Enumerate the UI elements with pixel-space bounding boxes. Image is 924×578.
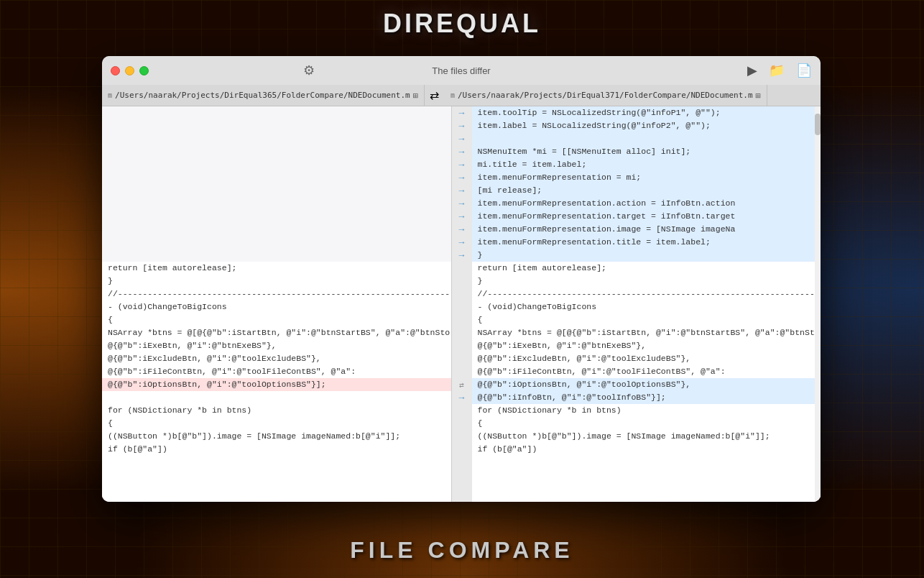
title-bar: ⚙ The files differ ▶ 📁 📄 <box>102 56 821 85</box>
tab-left-path: /Users/naarak/Projects/DirEqual365/Folde… <box>115 91 410 100</box>
left-line-7 <box>102 197 451 210</box>
scrollbar-thumb[interactable] <box>815 114 821 135</box>
tab-right-grid-icon[interactable]: ⊞ <box>756 91 761 101</box>
left-line-25: ((NSButton *)b[@"b"]).image = [NSImage i… <box>102 430 451 443</box>
close-button[interactable] <box>111 66 120 75</box>
swap-icon: ⇄ <box>430 88 439 102</box>
tab-right-path: /Users/naarak/Projects/DirEqual371/Folde… <box>458 91 753 100</box>
left-line-16: { <box>102 313 451 326</box>
scrollbar[interactable] <box>815 106 821 502</box>
tab-right-marker: m <box>451 91 455 99</box>
left-line-18: @{@"b":iExeBtn, @"i":@"btnExeBS"}, <box>102 339 451 352</box>
left-line-11 <box>102 249 451 262</box>
minimize-button[interactable] <box>125 66 134 75</box>
right-line-8: item.menuFormRepresentation.target = iIn… <box>472 210 821 223</box>
left-line-22 <box>102 391 451 404</box>
arrow-22: → <box>459 391 465 404</box>
left-line-23: for (NSDictionary *b in btns) <box>102 404 451 417</box>
right-line-1: item.label = NSLocalizedString(@"infoP2"… <box>472 119 821 132</box>
tab-right[interactable]: m /Users/naarak/Projects/DirEqual371/Fol… <box>445 85 767 106</box>
left-line-19: @{@"b":iExcludeBtn, @"i":@"toolExcludeBS… <box>102 352 451 365</box>
arrow-21: ⇄ <box>459 378 464 391</box>
tab-bar: m /Users/naarak/Projects/DirEqual365/Fol… <box>102 85 821 106</box>
right-line-2 <box>472 132 821 145</box>
settings-icon[interactable]: ⚙ <box>303 63 315 78</box>
right-line-17: NSArray *btns = @[@{@"b":iStartBtn, @"i"… <box>472 326 821 339</box>
app-subtitle: File Compare <box>350 537 573 564</box>
left-line-9 <box>102 223 451 236</box>
arrow-7: → <box>459 197 465 210</box>
play-icon[interactable]: ▶ <box>747 63 757 78</box>
left-line-26: if (b[@"a"]) <box>102 443 451 456</box>
left-line-3 <box>102 145 451 158</box>
tab-left-grid-icon[interactable]: ⊞ <box>413 91 418 101</box>
main-window: ⚙ The files differ ▶ 📁 📄 m /Users/naarak… <box>102 56 821 502</box>
left-line-4 <box>102 158 451 171</box>
right-line-4: mi.title = item.label; <box>472 158 821 171</box>
right-line-13: } <box>472 275 821 288</box>
arrow-11: → <box>459 249 465 262</box>
tab-left[interactable]: m /Users/naarak/Projects/DirEqual365/Fol… <box>102 85 425 106</box>
right-line-22: @{@"b":iInfoBtn, @"i":@"toolInfoBS"}]; <box>472 391 821 404</box>
left-line-5 <box>102 171 451 184</box>
left-line-20: @{@"b":iFileContBtn, @"i":@"toolFileCont… <box>102 365 451 378</box>
left-line-8 <box>102 210 451 223</box>
arrow-1: → <box>459 119 465 132</box>
folder-icon[interactable]: 📁 <box>769 63 785 78</box>
right-line-9: item.menuFormRepresentation.image = [NSI… <box>472 223 821 236</box>
center-arrows: →→→→→→→→→→→→⇄→ <box>452 106 472 502</box>
left-line-0 <box>102 106 451 119</box>
right-line-18: @{@"b":iExeBtn, @"i":@"btnExeBS"}, <box>472 339 821 352</box>
right-line-3: NSMenuItem *mi = [[NSMenuItem alloc] ini… <box>472 145 821 158</box>
left-pane: return [item autorelease];}//-----------… <box>102 106 452 502</box>
left-line-12: return [item autorelease]; <box>102 262 451 275</box>
arrow-9: → <box>459 223 465 236</box>
right-line-25: ((NSButton *)b[@"b"]).image = [NSImage i… <box>472 430 821 443</box>
right-line-6: [mi release]; <box>472 184 821 197</box>
left-line-2 <box>102 132 451 145</box>
diff-area: return [item autorelease];}//-----------… <box>102 106 821 502</box>
arrow-2: → <box>459 132 465 145</box>
left-line-14: //--------------------------------------… <box>102 288 451 301</box>
right-line-26: if (b[@"a"]) <box>472 443 821 456</box>
right-line-0: item.toolTip = NSLocalizedString(@"infoP… <box>472 106 821 119</box>
arrow-6: → <box>459 184 465 197</box>
right-pane: item.toolTip = NSLocalizedString(@"infoP… <box>472 106 821 502</box>
left-line-6 <box>102 184 451 197</box>
right-line-15: - (void)ChangeToBigIcons <box>472 301 821 313</box>
left-line-15: - (void)ChangeToBigIcons <box>102 301 451 313</box>
right-line-20: @{@"b":iFileContBtn, @"i":@"toolFileCont… <box>472 365 821 378</box>
left-line-24: { <box>102 417 451 430</box>
right-code-content: item.toolTip = NSLocalizedString(@"infoP… <box>472 106 821 456</box>
arrow-8: → <box>459 210 465 223</box>
document-icon[interactable]: 📄 <box>796 63 812 78</box>
right-line-21: @{@"b":iOptionsBtn, @"i":@"toolOptionsBS… <box>472 378 821 391</box>
arrow-5: → <box>459 171 465 184</box>
traffic-lights <box>111 66 149 75</box>
right-line-10: item.menuFormRepresentation.title = item… <box>472 236 821 249</box>
window-status: The files differ <box>432 65 490 76</box>
right-line-11: } <box>472 249 821 262</box>
left-line-21: @{@"b":iOptionsBtn, @"i":@"toolOptionsBS… <box>102 378 451 391</box>
right-line-5: item.menuFormRepresentation = mi; <box>472 171 821 184</box>
left-line-1 <box>102 119 451 132</box>
arrow-10: → <box>459 236 465 249</box>
right-line-23: for (NSDictionary *b in btns) <box>472 404 821 417</box>
left-code-content: return [item autorelease];}//-----------… <box>102 106 451 456</box>
arrow-3: → <box>459 145 465 158</box>
app-title: DirEqual <box>383 9 541 39</box>
arrow-4: → <box>459 158 465 171</box>
maximize-button[interactable] <box>139 66 149 75</box>
left-line-17: NSArray *btns = @[@{@"b":iStartBtn, @"i"… <box>102 326 451 339</box>
right-line-14: //--------------------------------------… <box>472 288 821 301</box>
tab-swap-icon[interactable]: ⇄ <box>425 85 445 106</box>
left-line-10 <box>102 236 451 249</box>
toolbar-right: ▶ 📁 📄 <box>747 63 812 78</box>
arrow-0: → <box>459 106 465 119</box>
left-line-13: } <box>102 275 451 288</box>
right-line-7: item.menuFormRepresentation.action = iIn… <box>472 197 821 210</box>
right-line-19: @{@"b":iExcludeBtn, @"i":@"toolExcludeBS… <box>472 352 821 365</box>
tab-left-marker: m <box>108 91 112 99</box>
right-line-16: { <box>472 313 821 326</box>
right-line-24: { <box>472 417 821 430</box>
